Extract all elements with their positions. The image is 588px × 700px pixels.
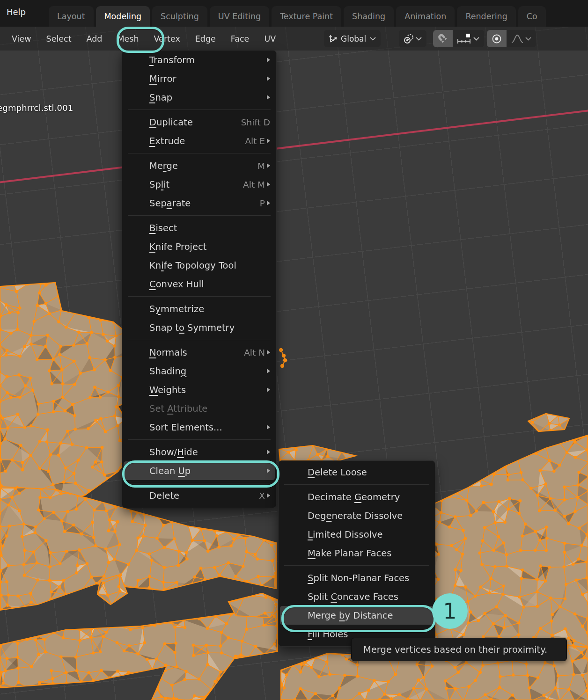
snap-mode-dropdown[interactable] bbox=[453, 30, 484, 47]
pivot-point-dropdown[interactable] bbox=[399, 30, 426, 47]
menu-item-label: Knife Project bbox=[149, 241, 206, 252]
mesh-menu-item-snap[interactable]: Snap bbox=[124, 88, 275, 107]
menu-item-label: Duplicate bbox=[149, 117, 193, 128]
mesh-menu-item-duplicate[interactable]: DuplicateShift D bbox=[124, 113, 275, 131]
tab-modeling[interactable]: Modeling bbox=[96, 6, 150, 27]
tab-rendering[interactable]: Rendering bbox=[457, 6, 515, 27]
annotation-ring-merge-by-distance bbox=[281, 605, 436, 632]
menu-item-label: Merge bbox=[149, 160, 178, 171]
menu-item-shortcut: X bbox=[259, 491, 265, 501]
mesh-menu-item-normals[interactable]: NormalsAlt N bbox=[124, 343, 275, 362]
submenu-arrow-icon bbox=[267, 163, 270, 168]
mesh-menu-item-symmetrize[interactable]: Symmetrize bbox=[124, 299, 275, 318]
mesh-menu-item-mirror[interactable]: Mirror bbox=[124, 69, 275, 88]
menu-item-label: Delete bbox=[149, 490, 179, 501]
mesh-menu-item-weights[interactable]: Weights bbox=[124, 380, 275, 399]
snap-increment-icon bbox=[456, 32, 472, 45]
menu-item-label: Convex Hull bbox=[149, 279, 204, 290]
mesh-menu-item-bisect[interactable]: Bisect bbox=[124, 219, 275, 237]
help-menu[interactable]: Help bbox=[7, 7, 26, 17]
cleanup-item-delete-loose[interactable]: Delete Loose bbox=[280, 463, 434, 481]
mesh-menu-item-convex-hull[interactable]: Convex Hull bbox=[124, 275, 275, 293]
cleanup-item-degenerate-dissolve[interactable]: Degenerate Dissolve bbox=[280, 506, 434, 525]
tooltip-text: Merge vertices based on their proximity. bbox=[363, 644, 547, 655]
submenu-arrow-icon bbox=[267, 201, 270, 205]
tooltip: Merge vertices based on their proximity. bbox=[351, 638, 567, 661]
header-menu-view[interactable]: View bbox=[12, 34, 31, 44]
cleanup-item-decimate-geometry[interactable]: Decimate Geometry bbox=[280, 488, 434, 506]
mesh-menu-item-set-attribute: Set Attribute bbox=[124, 399, 275, 418]
mesh-menu-item-shading[interactable]: Shading bbox=[124, 362, 275, 380]
menu-separator bbox=[128, 215, 271, 216]
menu-item-shortcut: Alt M bbox=[243, 180, 265, 190]
header-menu-uv[interactable]: UV bbox=[264, 34, 276, 44]
mesh-menu-item-delete[interactable]: DeleteX bbox=[124, 486, 275, 505]
menu-item-label: Split bbox=[149, 179, 169, 190]
tab-layout[interactable]: Layout bbox=[49, 6, 94, 27]
header-menu-face[interactable]: Face bbox=[231, 34, 250, 44]
mesh-menu-item-sort-elements[interactable]: Sort Elements... bbox=[124, 418, 275, 437]
submenu-arrow-icon bbox=[267, 182, 270, 187]
cleanup-item-split-concave-faces[interactable]: Split Concave Faces bbox=[280, 587, 434, 606]
tab-co[interactable]: Co bbox=[518, 6, 546, 27]
mesh-menu-item-snap-to-symmetry[interactable]: Snap to Symmetry bbox=[124, 318, 275, 337]
snapping-controls[interactable] bbox=[433, 30, 484, 47]
orientation-label: Global bbox=[341, 34, 366, 44]
header-menu-select[interactable]: Select bbox=[46, 34, 72, 44]
cleanup-item-limited-dissolve[interactable]: Limited Dissolve bbox=[280, 525, 434, 544]
viewport-header: ViewSelectAddMeshVertexEdgeFaceUV Global bbox=[0, 27, 588, 51]
cleanup-item-make-planar-faces[interactable]: Make Planar Faces bbox=[280, 544, 434, 562]
blender-window: egmphrrcl.stl.001 Help LayoutModelingScu… bbox=[0, 0, 588, 700]
mesh-menu-item-split[interactable]: SplitAlt M bbox=[124, 175, 275, 194]
step-1-badge: 1 bbox=[432, 593, 468, 629]
submenu-arrow-icon bbox=[267, 58, 270, 62]
mesh-menu-item-separate[interactable]: SeparateP bbox=[124, 194, 275, 212]
submenu-arrow-icon bbox=[267, 425, 270, 430]
tab-uv-editing[interactable]: UV Editing bbox=[210, 6, 269, 27]
menu-item-shortcut: Alt N bbox=[244, 348, 265, 357]
tab-animation[interactable]: Animation bbox=[396, 6, 455, 27]
mesh-menu-item-extrude[interactable]: ExtrudeAlt E bbox=[124, 131, 275, 150]
menu-item-label: Snap bbox=[149, 92, 172, 103]
falloff-curve-icon bbox=[510, 33, 524, 45]
mesh-menu-item-show-hide[interactable]: Show/Hide bbox=[124, 443, 275, 461]
menu-separator bbox=[128, 439, 271, 440]
tab-sculpting[interactable]: Sculpting bbox=[152, 6, 207, 27]
object-name-label: egmphrrcl.stl.001 bbox=[0, 103, 74, 113]
menu-item-shortcut: Alt E bbox=[245, 136, 265, 146]
menu-item-label: Set Attribute bbox=[149, 403, 207, 414]
header-menu-add[interactable]: Add bbox=[87, 34, 103, 44]
proportional-editing-icon bbox=[491, 33, 503, 45]
menu-separator bbox=[128, 340, 271, 340]
submenu-arrow-icon bbox=[267, 76, 270, 81]
proportional-editing-controls[interactable] bbox=[487, 30, 536, 47]
tab-shading[interactable]: Shading bbox=[344, 6, 394, 27]
menu-item-label: Show/Hide bbox=[149, 447, 198, 458]
mesh-menu-item-merge[interactable]: MergeM bbox=[124, 156, 275, 175]
snap-toggle-button[interactable] bbox=[433, 30, 453, 47]
tab-texture-paint[interactable]: Texture Paint bbox=[272, 6, 341, 27]
transform-orientation-dropdown[interactable]: Global bbox=[324, 30, 381, 47]
mesh-menu-item-transform[interactable]: Transform bbox=[124, 51, 275, 69]
header-menu-edge[interactable]: Edge bbox=[195, 34, 216, 44]
menu-item-label: Bisect bbox=[149, 223, 177, 233]
menu-item-label: Separate bbox=[149, 198, 191, 209]
menu-item-shortcut: M bbox=[257, 161, 265, 171]
mesh-menu-item-knife-topology-tool[interactable]: Knife Topology Tool bbox=[124, 256, 275, 275]
menu-item-shortcut: P bbox=[260, 198, 265, 208]
proportional-editing-toggle[interactable] bbox=[487, 30, 507, 47]
menu-item-label: Limited Dissolve bbox=[308, 529, 383, 540]
menu-item-label: Delete Loose bbox=[308, 467, 367, 478]
menu-separator bbox=[284, 484, 429, 485]
menu-item-label: Symmetrize bbox=[149, 304, 204, 314]
mesh-menu-item-knife-project[interactable]: Knife Project bbox=[124, 237, 275, 256]
chevron-down-icon bbox=[370, 37, 376, 41]
menu-separator bbox=[128, 153, 271, 153]
cleanup-item-split-non-planar-faces[interactable]: Split Non-Planar Faces bbox=[280, 569, 434, 587]
submenu-arrow-icon bbox=[267, 95, 270, 100]
workspace-tabs: LayoutModelingSculptingUV EditingTexture… bbox=[49, 6, 546, 27]
menu-separator bbox=[128, 296, 271, 297]
menu-item-label: Weights bbox=[149, 385, 186, 395]
chevron-down-icon bbox=[473, 37, 479, 41]
falloff-type-dropdown[interactable] bbox=[507, 30, 536, 47]
